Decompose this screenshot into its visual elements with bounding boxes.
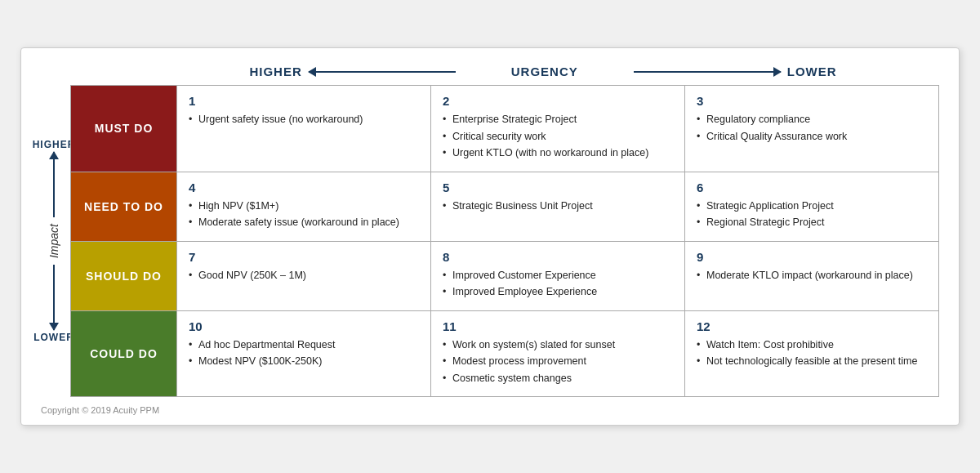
content-cell-2-0: 7Good NPV (250K – 1M) — [177, 242, 431, 310]
cell-item-0-2-1: Critical Quality Assurance work — [697, 130, 927, 145]
cell-items-1-1: Strategic Business Unit Project — [443, 199, 673, 214]
cell-number-1-0: 4 — [189, 181, 419, 194]
cell-number-0-2: 3 — [697, 94, 927, 108]
grid-row-0: MUST DO1Urgent safety issue (no workarou… — [71, 86, 938, 172]
cell-items-0-1: Enterprise Strategic ProjectCritical sec… — [443, 113, 673, 161]
cell-number-2-2: 9 — [697, 250, 927, 264]
row-label-2: SHOULD DO — [86, 270, 162, 283]
cell-items-3-2: Watch Item: Cost prohibitiveNot technolo… — [697, 338, 927, 369]
cell-items-2-1: Improved Customer ExperienceImproved Emp… — [443, 269, 673, 300]
cell-item-0-0-0: Urgent safety issue (no workaround) — [189, 113, 419, 127]
priority-grid: MUST DO1Urgent safety issue (no workarou… — [70, 85, 939, 397]
arrow-down-icon — [53, 265, 55, 330]
cell-number-3-0: 10 — [189, 319, 419, 333]
row-label-3: COULD DO — [90, 347, 158, 360]
cell-item-2-0-0: Good NPV (250K – 1M) — [189, 269, 419, 283]
cell-number-2-1: 8 — [443, 250, 673, 264]
cell-items-3-0: Ad hoc Departmental RequestModest NPV ($… — [189, 338, 419, 369]
content-cell-1-2: 6Strategic Application ProjectRegional S… — [685, 172, 938, 241]
grid-row-1: NEED TO DO4High NPV ($1M+)Moderate safet… — [71, 172, 938, 242]
cell-number-1-2: 6 — [697, 181, 927, 194]
cell-item-3-1-2: Cosmetic system changes — [443, 372, 673, 386]
cell-item-1-0-0: High NPV ($1M+) — [189, 199, 419, 214]
cell-item-0-2-0: Regulatory compliance — [697, 113, 927, 127]
cell-item-1-2-1: Regional Strategic Project — [697, 216, 927, 230]
grid-row-3: COULD DO10Ad hoc Departmental RequestMod… — [71, 311, 938, 397]
cell-items-0-0: Urgent safety issue (no workaround) — [189, 113, 419, 127]
content-cell-2-2: 9Moderate KTLO impact (workaround in pla… — [685, 242, 938, 310]
content-cell-0-0: 1Urgent safety issue (no workaround) — [177, 86, 431, 172]
impact-higher-label: HIGHER — [33, 139, 76, 150]
impact-axis: HIGHER Impact LOWER — [41, 85, 67, 397]
row-label-0: MUST DO — [95, 122, 154, 135]
cell-number-0-0: 1 — [189, 94, 419, 108]
cell-item-3-0-0: Ad hoc Departmental Request — [189, 338, 419, 353]
content-cell-0-2: 3Regulatory complianceCritical Quality A… — [685, 86, 938, 172]
arrow-up-icon — [53, 152, 55, 217]
content-cell-2-1: 8Improved Customer ExperienceImproved Em… — [431, 242, 685, 310]
cell-items-2-0: Good NPV (250K – 1M) — [189, 269, 419, 283]
cell-item-2-1-0: Improved Customer Experience — [443, 269, 673, 283]
cell-item-1-1-0: Strategic Business Unit Project — [443, 199, 673, 214]
cell-item-3-2-0: Watch Item: Cost prohibitive — [697, 338, 927, 353]
cell-item-0-1-0: Enterprise Strategic Project — [443, 113, 673, 127]
cell-items-0-2: Regulatory complianceCritical Quality As… — [697, 113, 927, 144]
cell-item-2-2-0: Moderate KTLO impact (workaround in plac… — [697, 269, 927, 283]
impact-lower-label: LOWER — [33, 332, 74, 343]
label-cell-3: COULD DO — [71, 311, 177, 397]
label-cell-0: MUST DO — [71, 86, 177, 172]
cell-items-2-2: Moderate KTLO impact (workaround in plac… — [697, 269, 927, 283]
content-cell-3-1: 11Work on system(s) slated for sunsetMod… — [431, 311, 685, 397]
urgency-center-label: URGENCY — [511, 65, 578, 78]
grid-row-2: SHOULD DO7Good NPV (250K – 1M)8Improved … — [71, 242, 938, 311]
impact-label: Impact — [47, 224, 60, 258]
main-card: HIGHER URGENCY LOWER HIGHER Impact LOWER… — [20, 47, 960, 426]
cell-item-1-2-0: Strategic Application Project — [697, 199, 927, 214]
arrow-left-icon — [309, 71, 456, 73]
cell-number-0-1: 2 — [443, 94, 673, 108]
cell-number-3-2: 12 — [697, 319, 927, 333]
cell-number-1-1: 5 — [443, 181, 673, 194]
cell-number-3-1: 11 — [443, 319, 673, 333]
cell-items-1-2: Strategic Application ProjectRegional St… — [697, 199, 927, 230]
arrow-right-icon — [634, 71, 781, 73]
row-label-1: NEED TO DO — [84, 200, 163, 213]
label-cell-2: SHOULD DO — [71, 242, 177, 310]
cell-item-0-1-2: Urgent KTLO (with no workaround in place… — [443, 146, 673, 161]
content-cell-0-1: 2Enterprise Strategic ProjectCritical se… — [431, 86, 685, 172]
urgency-higher-label: HIGHER — [249, 65, 301, 78]
cell-item-3-1-0: Work on system(s) slated for sunset — [443, 338, 673, 353]
content-cell-1-0: 4High NPV ($1M+)Moderate safety issue (w… — [177, 172, 431, 241]
label-cell-1: NEED TO DO — [71, 172, 177, 241]
cell-item-3-0-1: Modest NPV ($100K-250K) — [189, 355, 419, 369]
cell-item-0-1-1: Critical security work — [443, 130, 673, 145]
cell-item-2-1-1: Improved Employee Experience — [443, 285, 673, 300]
main-layout: HIGHER Impact LOWER MUST DO1Urgent safet… — [41, 85, 939, 397]
cell-item-1-0-1: Moderate safety issue (workaround in pla… — [189, 216, 419, 230]
copyright-text: Copyright © 2019 Acuity PPM — [41, 405, 939, 415]
cell-items-3-1: Work on system(s) slated for sunsetModes… — [443, 338, 673, 386]
cell-item-3-1-1: Modest process improvement — [443, 355, 673, 369]
content-cell-3-0: 10Ad hoc Departmental RequestModest NPV … — [177, 311, 431, 397]
content-cell-1-1: 5Strategic Business Unit Project — [431, 172, 685, 241]
cell-items-1-0: High NPV ($1M+)Moderate safety issue (wo… — [189, 199, 419, 230]
urgency-header: HIGHER URGENCY LOWER — [41, 65, 939, 78]
cell-number-2-0: 7 — [189, 250, 419, 264]
content-cell-3-2: 12Watch Item: Cost prohibitiveNot techno… — [685, 311, 938, 397]
cell-item-3-2-1: Not technologically feasible at the pres… — [697, 355, 927, 369]
urgency-lower-label: LOWER — [787, 65, 837, 78]
